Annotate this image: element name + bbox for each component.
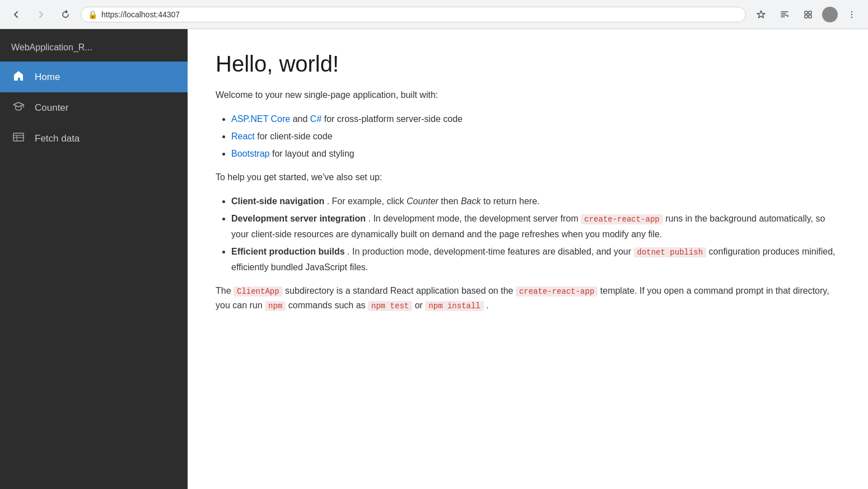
footer-paragraph: The ClientApp subdirectory is a standard… (216, 284, 840, 312)
tech-list: ASP.NET Core and C# for cross-platform s… (216, 111, 840, 162)
aspnet-link[interactable]: ASP.NET Core (231, 114, 290, 124)
sidebar-item-home-label: Home (35, 72, 60, 83)
sidebar-item-counter[interactable]: Counter (0, 92, 188, 123)
app-layout: WebApplication_R... Home Counter Fetch d… (0, 29, 868, 489)
code-npm: npm (265, 301, 286, 311)
main-content: Hello, world! Welcome to your new single… (188, 29, 868, 489)
lock-icon: 🔒 (88, 10, 97, 19)
bootstrap-link[interactable]: Bootstrap (231, 149, 269, 158)
feature-client-nav: Client-side navigation . For example, cl… (231, 194, 840, 209)
address-bar[interactable]: 🔒 https://localhost:44307 (81, 7, 746, 22)
code-dotnet-publish: dotnet publish (634, 247, 707, 257)
feature-prod-builds: Efficient production builds . In product… (231, 244, 840, 275)
graduation-icon (11, 100, 26, 115)
intro-text: Welcome to your new single-page applicat… (216, 88, 840, 102)
svg-rect-2 (805, 15, 808, 18)
code-create-react-app-1: create-react-app (581, 214, 662, 224)
avatar[interactable] (822, 7, 838, 22)
svg-point-5 (851, 13, 852, 15)
list-item-aspnet: ASP.NET Core and C# for cross-platform s… (231, 111, 840, 126)
code-npm-install: npm install (425, 301, 483, 311)
sidebar-title: WebApplication_R... (0, 36, 188, 62)
feature-dev-server: Development server integration . In deve… (231, 211, 840, 242)
svg-rect-1 (809, 11, 811, 14)
features-list: Client-side navigation . For example, cl… (216, 194, 840, 275)
table-icon (11, 131, 26, 146)
code-clientapp: ClientApp (234, 286, 283, 297)
favorites-star-button[interactable] (752, 7, 771, 22)
svg-point-4 (851, 11, 852, 12)
page-heading: Hello, world! (216, 51, 840, 77)
code-npm-test: npm test (368, 301, 412, 311)
home-icon (11, 69, 26, 84)
list-item-react: React for client-side code (231, 129, 840, 144)
sidebar-item-counter-label: Counter (35, 102, 68, 114)
collections-button[interactable] (799, 7, 818, 22)
csharp-link[interactable]: C# (310, 114, 321, 124)
svg-rect-0 (805, 11, 808, 14)
sidebar-item-fetch-data[interactable]: Fetch data (0, 123, 188, 154)
browser-actions (752, 7, 861, 22)
sidebar-item-home[interactable]: Home (0, 62, 188, 92)
svg-rect-8 (13, 133, 24, 141)
sidebar-item-fetch-data-label: Fetch data (35, 133, 80, 144)
react-link[interactable]: React (231, 131, 255, 141)
setup-intro-text: To help you get started, we've also set … (216, 170, 840, 185)
back-button[interactable] (7, 7, 26, 22)
code-create-react-app-2: create-react-app (516, 286, 598, 297)
browser-chrome: 🔒 https://localhost:44307 (0, 0, 868, 29)
reading-list-button[interactable] (775, 7, 794, 22)
forward-button[interactable] (31, 7, 50, 22)
url-text: https://localhost:44307 (101, 10, 180, 19)
list-item-bootstrap: Bootstrap for layout and styling (231, 146, 840, 161)
sidebar: WebApplication_R... Home Counter Fetch d… (0, 29, 188, 489)
svg-point-6 (851, 16, 852, 17)
svg-rect-3 (809, 15, 811, 18)
sidebar-nav: Home Counter Fetch data (0, 62, 188, 154)
more-options-button[interactable] (842, 7, 861, 22)
reload-button[interactable] (56, 7, 75, 22)
